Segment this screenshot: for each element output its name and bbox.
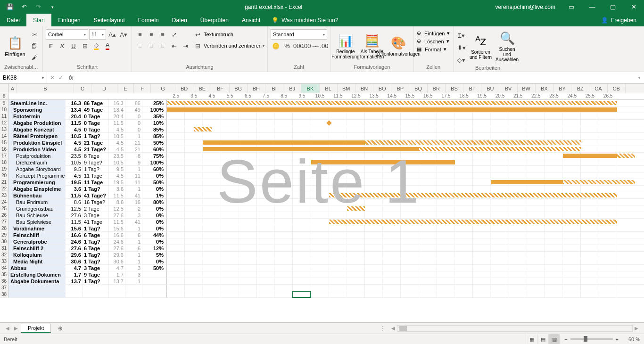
decrease-indent-icon[interactable]: ⇤	[169, 41, 179, 51]
table-row[interactable]: 13Abgabe Konzept4.50 Tage4.5085%	[0, 126, 644, 133]
table-row[interactable]: 25Grundgerüstbau12.52 Tage12.520%	[0, 205, 644, 212]
table-row[interactable]: 35Erstellung Dokumen1.79 Tage1.73	[0, 271, 644, 278]
undo-icon[interactable]: ↶	[19, 3, 29, 10]
increase-indent-icon[interactable]: ⇥	[180, 41, 190, 51]
align-bottom-icon[interactable]: ≡	[157, 29, 168, 40]
cut-icon[interactable]: ✂	[29, 29, 40, 40]
sort-filter-button[interactable]: ᴬzSortieren und Filtern	[469, 28, 493, 65]
maximize-icon[interactable]: ▢	[603, 3, 623, 10]
tab-nav-prev-icon[interactable]: ◀	[4, 326, 11, 331]
tab-formeln[interactable]: Formeln	[132, 14, 165, 26]
format-painter-icon[interactable]: 🖌	[29, 52, 40, 62]
tab-datei[interactable]: Datei	[0, 14, 26, 26]
qat-customize-icon[interactable]: ▾	[47, 5, 58, 9]
table-row[interactable]: 10Sponsoring13.449 Tage13.449100%	[0, 106, 644, 113]
page-layout-view-icon[interactable]: ▤	[537, 334, 548, 344]
col-header[interactable]: D	[91, 84, 117, 93]
table-row[interactable]: 12Abgabe Produktion11.50 Tage11.5010%	[0, 120, 644, 126]
tell-me-search[interactable]: 💡Was möchten Sie tun?	[267, 14, 343, 26]
table-row[interactable]: 38	[0, 291, 644, 298]
decrease-decimal-icon[interactable]: ←.00	[316, 41, 326, 51]
table-row[interactable]: 15Produktion Einspiel4.521 Tage4.52150%	[0, 139, 644, 146]
autosum-icon[interactable]: Σ▾	[456, 30, 467, 41]
underline-button[interactable]: U	[68, 41, 79, 51]
col-header[interactable]: BG	[230, 84, 248, 93]
table-row[interactable]: 32Kolloquium29.61 Tag?29.615%	[0, 252, 644, 258]
font-name-combo[interactable]: Corbel▾	[46, 29, 88, 40]
col-header[interactable]: BX	[536, 84, 553, 93]
format-table-button[interactable]: 🧮Als Tabelle formatieren	[360, 28, 384, 64]
zoom-in-icon[interactable]: +	[616, 336, 619, 342]
fx-icon[interactable]: fx	[67, 74, 73, 81]
paste-button[interactable]: 📋Einfügen	[3, 28, 27, 64]
zoom-slider[interactable]	[570, 338, 613, 340]
table-row[interactable]: 21Programmierung19.511 Tage19.51150%	[0, 179, 644, 186]
table-row[interactable]: 16Produktion Video4.521 Tage?4.52160%	[0, 146, 644, 153]
account-user[interactable]: verenajochim@live.com	[489, 4, 561, 10]
col-header[interactable]: BD	[175, 84, 193, 93]
accounting-format-icon[interactable]: 🪙	[271, 41, 281, 51]
col-header[interactable]: G	[151, 84, 175, 93]
table-row[interactable]: 31Feinschliff 227.66 Tage27.6612%	[0, 245, 644, 252]
col-header[interactable]: BT	[463, 84, 481, 93]
ribbon-options-icon[interactable]: ▭	[561, 3, 582, 10]
table-row[interactable]: 20Konzept Programmier4.511 Tage4.5110%	[0, 172, 644, 179]
table-row[interactable]: 26Bau Schleuse27.63 Tage27.630%	[0, 212, 644, 219]
close-icon[interactable]: ✕	[623, 3, 644, 10]
align-middle-icon[interactable]: ≡	[146, 29, 157, 40]
cell-styles-button[interactable]: 🎨Zellenformatvorlagen	[386, 28, 411, 64]
tab-daten[interactable]: Daten	[165, 14, 194, 26]
col-header[interactable]: BN	[355, 84, 373, 93]
col-header[interactable]: BP	[391, 84, 409, 93]
new-sheet-icon[interactable]: ⊕	[56, 325, 65, 332]
table-row[interactable]: 14Rätsel Prototypen10.51 Tag?10.5185%	[0, 133, 644, 139]
col-header[interactable]: BK	[301, 84, 319, 93]
align-right-icon[interactable]: ≡	[157, 41, 168, 51]
save-icon[interactable]: 💾	[5, 3, 15, 10]
table-row[interactable]: 11Fototermin20.40 Tage20.4035%	[0, 113, 644, 120]
delete-cells-button[interactable]: ⊖ Löschen ▾	[417, 38, 450, 44]
page-break-view-icon[interactable]: ▧	[548, 334, 560, 344]
table-row[interactable]: 28Vorabnahme15.61 Tag?15.610%	[0, 225, 644, 232]
col-header[interactable]: BJ	[283, 84, 301, 93]
tab-ansicht[interactable]: Ansicht	[235, 14, 267, 26]
col-header[interactable]: CB	[608, 84, 626, 93]
name-box[interactable]: BK38▾	[0, 72, 47, 83]
horizontal-scrollbar[interactable]	[397, 325, 633, 332]
col-header[interactable]: BM	[338, 84, 355, 93]
tab-seitenlayout[interactable]: Seitenlayout	[87, 14, 132, 26]
table-row[interactable]: 17Postproduktion23.58 Tage23.5875%	[0, 153, 644, 159]
redo-icon[interactable]: ↷	[33, 3, 43, 10]
tab-start[interactable]: Start	[26, 14, 51, 26]
col-header[interactable]: A	[8, 84, 17, 93]
bold-button[interactable]: F	[46, 41, 56, 51]
normal-view-icon[interactable]: ▦	[526, 334, 537, 344]
col-header[interactable]: BL	[320, 84, 338, 93]
col-header[interactable]: BV	[499, 84, 517, 93]
table-row[interactable]: 29Feinschliff16.66 Tage16.6644%	[0, 232, 644, 238]
table-row[interactable]: 24Bau Endraum8.616 Tage?8.61680%	[0, 199, 644, 205]
hscroll-right-icon[interactable]: ▶	[633, 326, 640, 331]
number-format-combo[interactable]: Standard▾	[271, 29, 327, 40]
worksheet-grid[interactable]: ABCDEFG BDBEBFBGBHBIBJBKBLBMBNBOBPBQBRBS…	[0, 84, 644, 322]
insert-cells-button[interactable]: ⊕ Einfügen ▾	[417, 30, 450, 36]
col-header[interactable]: BH	[248, 84, 265, 93]
border-icon[interactable]: ⊞	[80, 41, 90, 51]
format-cells-button[interactable]: ▦ Format ▾	[417, 46, 450, 52]
copy-icon[interactable]: 🗐	[29, 41, 40, 51]
percent-format-icon[interactable]: %	[282, 41, 292, 51]
find-select-button[interactable]: 🔍Suchen und Auswählen	[495, 28, 520, 65]
table-row[interactable]: 18Drehzeitraum10.59 Tage?10.59100%	[0, 159, 644, 166]
col-header[interactable]: BU	[481, 84, 499, 93]
table-row[interactable]: 33Media Night30.61 Tag?30.610%	[0, 258, 644, 265]
table-row[interactable]: 37	[0, 285, 644, 291]
table-row[interactable]: 22Abgabe Einspielme3.61 Tag?3.610%	[0, 186, 644, 192]
col-header[interactable]: BW	[518, 84, 536, 93]
table-row[interactable]: 23Bühnenbau11.541 Tage?11.5411%	[0, 192, 644, 199]
col-header[interactable]: BI	[265, 84, 283, 93]
share-button[interactable]: 👤Freigeben	[594, 14, 644, 26]
enter-icon[interactable]: ✓	[58, 74, 63, 81]
conditional-formatting-button[interactable]: 📊Bedingte Formatierung	[333, 28, 358, 64]
cancel-icon[interactable]: ✕	[50, 74, 55, 81]
col-header[interactable]: B	[17, 84, 74, 93]
